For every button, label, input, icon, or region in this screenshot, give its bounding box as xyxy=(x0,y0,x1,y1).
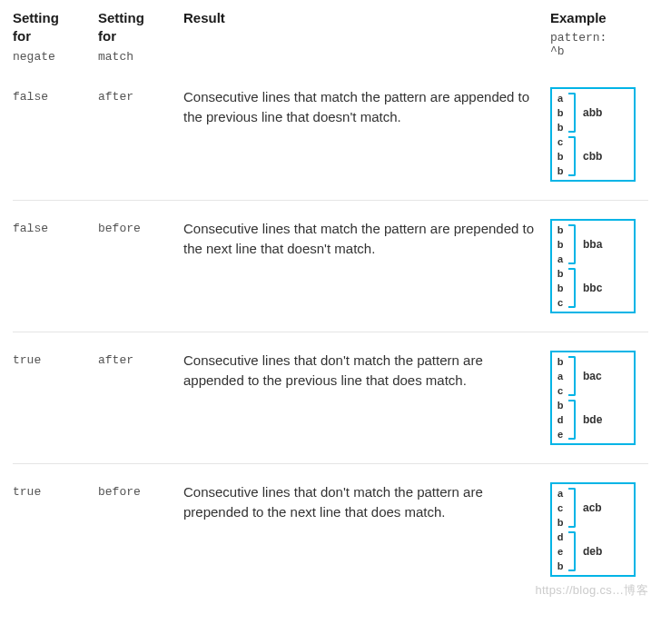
diagram-input-char: b xyxy=(552,149,568,163)
diagram-input-char: b xyxy=(552,120,568,134)
result-text: Consecutive lines that match the pattern… xyxy=(183,219,539,260)
diagram-input-char: b xyxy=(552,223,568,237)
cell-example: acbdebacbdeb xyxy=(550,482,648,577)
cell-match: before xyxy=(98,219,183,235)
cell-negate: false xyxy=(13,219,98,235)
diagram-input-char: a xyxy=(552,369,568,383)
example-diagram: bbabbcbbabbc xyxy=(550,219,636,313)
diagram-output-label: abb xyxy=(583,106,602,119)
diagram-input-char: d xyxy=(552,412,568,427)
diagram-bracket-column xyxy=(568,484,577,575)
table-row: trueafterConsecutive lines that don't ma… xyxy=(13,332,648,464)
diagram-output-label: deb xyxy=(583,545,602,558)
example-diagram: acbdebacbdeb xyxy=(550,482,636,577)
diagram-input-char: b xyxy=(552,354,568,369)
cell-example: abbcbbabbcbb xyxy=(550,87,648,182)
diagram-input-char: b xyxy=(552,398,568,412)
diagram-input-char: b xyxy=(552,281,568,295)
diagram-input-char: c xyxy=(552,295,568,310)
diagram-output-column: bbabbc xyxy=(577,221,634,312)
header-example-code2: ^b xyxy=(550,45,648,58)
cell-result: Consecutive lines that don't match the p… xyxy=(183,351,550,391)
diagram-bracket-column xyxy=(568,352,577,443)
cell-result: Consecutive lines that don't match the p… xyxy=(183,482,550,523)
result-text: Consecutive lines that match the pattern… xyxy=(183,87,539,128)
diagram-output-column: acbdeb xyxy=(577,484,634,575)
result-text: Consecutive lines that don't match the p… xyxy=(183,482,539,523)
header-result-label: Result xyxy=(183,9,539,27)
bracket xyxy=(568,488,576,528)
table-body: falseafterConsecutive lines that match t… xyxy=(13,69,648,595)
header-negate-l2: for xyxy=(13,27,98,45)
header-negate-l1: Setting xyxy=(13,9,98,27)
cell-result: Consecutive lines that match the pattern… xyxy=(183,87,550,128)
cell-match: before xyxy=(98,482,183,499)
result-text: Consecutive lines that don't match the p… xyxy=(183,351,539,391)
header-example-label: Example xyxy=(550,9,648,27)
cell-example: bacbdebacbde xyxy=(550,351,648,445)
diagram-output-label: acb xyxy=(583,501,602,514)
match-value: after xyxy=(98,353,133,367)
header-example-code1: pattern: xyxy=(550,31,648,45)
cell-example: bbabbcbbabbc xyxy=(550,219,648,313)
bracket xyxy=(568,224,576,264)
table-row: truebeforeConsecutive lines that don't m… xyxy=(13,464,648,595)
diagram-input-char: a xyxy=(552,486,568,500)
diagram-input-char: c xyxy=(552,500,568,515)
bracket xyxy=(568,136,576,176)
diagram-output-label: bde xyxy=(583,413,602,426)
diagram-input-char: b xyxy=(552,266,568,281)
header-match-code: match xyxy=(98,50,183,64)
example-diagram: bacbdebacbde xyxy=(550,351,636,445)
header-match: Setting for match xyxy=(98,9,183,64)
diagram-input-char: e xyxy=(552,427,568,441)
negate-value: false xyxy=(13,90,48,104)
diagram-input-column: bbabbc xyxy=(552,221,568,312)
cell-match: after xyxy=(98,87,183,104)
diagram-output-label: bba xyxy=(583,238,602,251)
cell-negate: true xyxy=(13,482,98,499)
match-value: after xyxy=(98,90,133,104)
diagram-input-column: bacbde xyxy=(552,352,568,443)
match-value: before xyxy=(98,485,141,499)
diagram-input-column: abbcbb xyxy=(552,89,568,180)
diagram-input-char: b xyxy=(552,163,568,178)
diagram-input-char: b xyxy=(552,105,568,120)
diagram-output-label: bbc xyxy=(583,282,602,294)
diagram-input-char: c xyxy=(552,134,568,149)
diagram-bracket-column xyxy=(568,221,577,312)
header-negate-code: negate xyxy=(13,50,98,64)
diagram-input-char: d xyxy=(552,530,568,544)
diagram-input-char: e xyxy=(552,544,568,559)
cell-result: Consecutive lines that match the pattern… xyxy=(183,219,550,260)
diagram-output-label: bac xyxy=(583,370,602,382)
diagram-input-char: b xyxy=(552,237,568,252)
match-value: before xyxy=(98,222,141,235)
diagram-output-column: bacbde xyxy=(577,352,634,443)
diagram-input-char: c xyxy=(552,383,568,398)
negate-value: true xyxy=(13,485,41,499)
bracket xyxy=(568,356,576,396)
table-row: falseafterConsecutive lines that match t… xyxy=(13,69,648,201)
header-example: Example pattern: ^b xyxy=(550,9,648,64)
diagram-input-column: acbdeb xyxy=(552,484,568,575)
header-match-l1: Setting xyxy=(98,9,183,27)
bracket xyxy=(568,531,576,571)
header-match-l2: for xyxy=(98,27,183,45)
example-diagram: abbcbbabbcbb xyxy=(550,87,636,182)
table-row: falsebeforeConsecutive lines that match … xyxy=(13,201,648,332)
negate-value: false xyxy=(13,222,48,235)
diagram-input-char: b xyxy=(552,515,568,530)
bracket xyxy=(568,400,576,440)
header-negate: Setting for negate xyxy=(13,9,98,64)
cell-negate: false xyxy=(13,87,98,104)
cell-negate: true xyxy=(13,351,98,367)
negate-value: true xyxy=(13,353,41,367)
diagram-output-label: cbb xyxy=(583,150,602,163)
cell-match: after xyxy=(98,351,183,367)
diagram-bracket-column xyxy=(568,89,577,180)
bracket xyxy=(568,93,576,133)
diagram-input-char: a xyxy=(552,91,568,105)
bracket xyxy=(568,268,576,308)
table-header: Setting for negate Setting for match Res… xyxy=(13,9,648,69)
